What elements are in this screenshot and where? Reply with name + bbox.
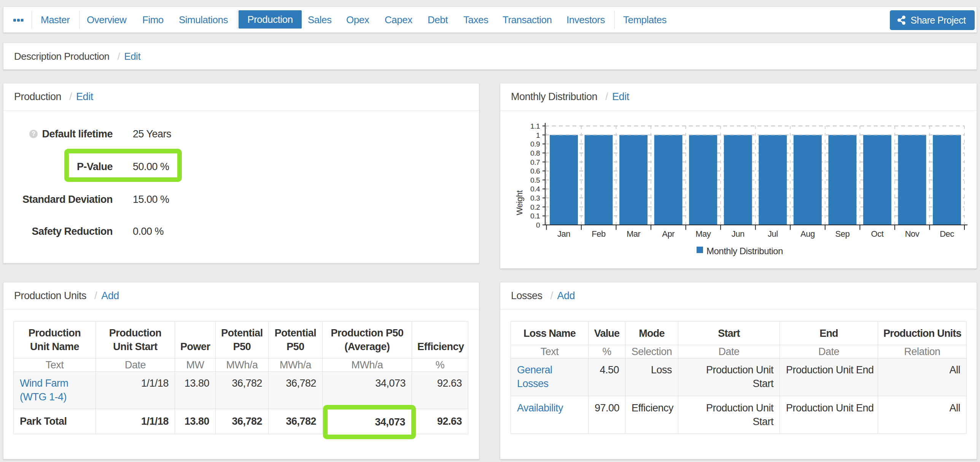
svg-text:Weight: Weight [515, 190, 524, 215]
svg-text:Sep: Sep [835, 229, 850, 239]
svg-text:Mar: Mar [627, 229, 641, 239]
svg-text:May: May [695, 229, 711, 239]
svg-text:0.3: 0.3 [530, 194, 540, 202]
svg-text:0.6: 0.6 [530, 167, 540, 175]
svg-text:0.4: 0.4 [530, 185, 540, 193]
svg-text:0.2: 0.2 [530, 203, 540, 211]
svg-text:Apr: Apr [662, 229, 675, 239]
svg-text:Jul: Jul [768, 229, 778, 239]
svg-text:Aug: Aug [800, 229, 815, 239]
svg-text:1: 1 [536, 131, 540, 139]
svg-text:Nov: Nov [905, 229, 920, 239]
svg-text:Dec: Dec [940, 229, 954, 239]
svg-text:0.5: 0.5 [530, 176, 540, 184]
svg-text:0.8: 0.8 [530, 149, 540, 157]
svg-text:Feb: Feb [592, 229, 606, 239]
svg-text:0: 0 [536, 221, 540, 229]
svg-text:0.1: 0.1 [530, 212, 540, 220]
svg-text:Jan: Jan [557, 229, 570, 239]
svg-text:1.1: 1.1 [530, 122, 540, 130]
svg-text:Monthly Distribution: Monthly Distribution [706, 246, 783, 256]
svg-text:Oct: Oct [871, 229, 884, 239]
svg-text:0.9: 0.9 [530, 140, 540, 148]
svg-text:0.7: 0.7 [530, 158, 540, 166]
svg-text:Jun: Jun [732, 229, 745, 239]
